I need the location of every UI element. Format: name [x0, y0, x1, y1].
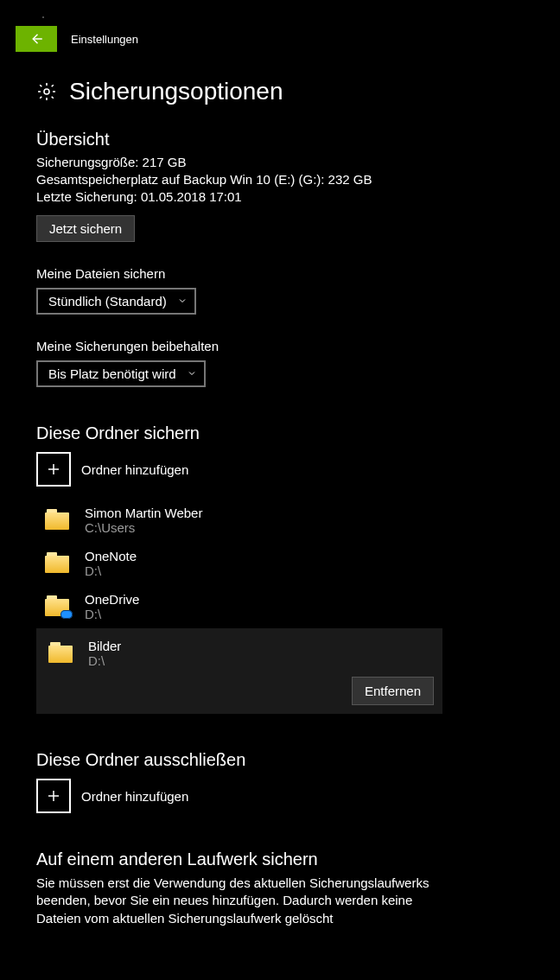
backup-folders-section: Diese Ordner sichern Ordner hinzufügen S… — [36, 423, 539, 714]
add-exclude-folder-button[interactable]: Ordner hinzufügen — [36, 779, 539, 813]
add-backup-folder-label: Ordner hinzufügen — [81, 462, 188, 477]
other-drive-body: Sie müssen erst die Verwendung des aktue… — [36, 875, 434, 927]
folder-path: D:\ — [85, 607, 139, 621]
remove-folder-button[interactable]: Entfernen — [352, 677, 434, 705]
backup-size-line: Sicherungsgröße: 217 GB — [36, 155, 539, 169]
folder-name: OneDrive — [85, 592, 139, 607]
folder-icon — [48, 642, 73, 663]
folder-icon — [45, 595, 69, 616]
folder-path: C:\Users — [85, 520, 202, 535]
chevron-down-icon — [177, 294, 188, 309]
plus-icon — [36, 779, 71, 813]
frequency-label: Meine Dateien sichern — [36, 266, 539, 281]
back-button[interactable] — [16, 26, 57, 52]
folder-name: Simon Martin Weber — [85, 506, 202, 520]
folder-item[interactable]: OneNoteD:\ — [36, 542, 442, 585]
other-drive-heading: Auf einem anderen Laufwerk sichern — [36, 850, 539, 869]
folder-path: D:\ — [85, 563, 137, 578]
folder-item[interactable]: BilderD:\Entfernen — [36, 628, 442, 714]
other-drive-section: Auf einem anderen Laufwerk sichern Sie m… — [36, 850, 539, 927]
folder-path: D:\ — [88, 653, 121, 668]
svg-point-0 — [44, 89, 49, 94]
add-exclude-folder-label: Ordner hinzufügen — [81, 789, 188, 804]
folder-icon — [45, 509, 69, 530]
content-area: Sicherungsoptionen Übersicht Sicherungsg… — [16, 52, 560, 927]
retention-label: Meine Sicherungen beibehalten — [36, 339, 539, 353]
add-backup-folder-button[interactable]: Ordner hinzufügen — [36, 452, 539, 487]
exclude-folders-section: Diese Ordner ausschließen Ordner hinzufü… — [36, 750, 539, 813]
retention-dropdown[interactable]: Bis Platz benötigt wird — [36, 360, 206, 387]
folder-item[interactable]: Simon Martin WeberC:\Users — [36, 499, 442, 542]
frequency-dropdown[interactable]: Stündlich (Standard) — [36, 288, 196, 315]
frequency-value: Stündlich (Standard) — [48, 294, 167, 309]
total-space-line: Gesamtspeicherplatz auf Backup Win 10 (E… — [36, 172, 539, 187]
folder-item[interactable]: OneDriveD:\ — [36, 585, 442, 628]
folder-name: Bilder — [88, 639, 121, 653]
last-backup-line: Letzte Sicherung: 01.05.2018 17:01 — [36, 189, 539, 204]
page-title: Sicherungsoptionen — [69, 78, 283, 105]
chevron-down-icon — [187, 366, 197, 381]
backup-folders-heading: Diese Ordner sichern — [36, 423, 539, 443]
settings-window: Einstellungen Sicherungsoptionen Übersic… — [16, 26, 560, 980]
retention-value: Bis Platz benötigt wird — [48, 366, 176, 381]
plus-icon — [36, 452, 71, 487]
titlebar: Einstellungen — [16, 26, 560, 52]
window-title: Einstellungen — [71, 33, 138, 46]
page-header: Sicherungsoptionen — [36, 78, 539, 105]
backup-folder-list: Simon Martin WeberC:\UsersOneNoteD:\OneD… — [36, 499, 539, 714]
backup-now-button[interactable]: Jetzt sichern — [36, 215, 135, 242]
folder-icon — [45, 552, 69, 573]
gear-icon — [36, 81, 57, 102]
exclude-folders-heading: Diese Ordner ausschließen — [36, 750, 539, 770]
folder-name: OneNote — [85, 549, 137, 563]
back-arrow-icon — [29, 31, 44, 47]
overview-heading: Übersicht — [36, 130, 539, 150]
